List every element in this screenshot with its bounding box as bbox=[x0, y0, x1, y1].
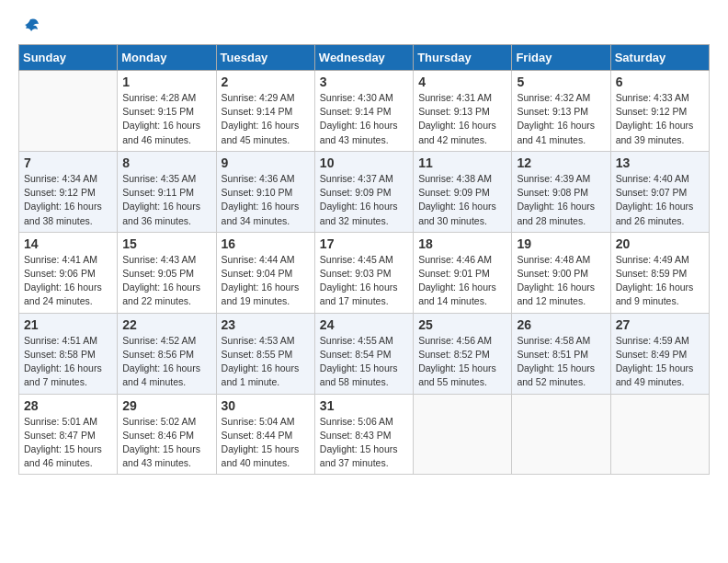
day-number: 21 bbox=[24, 317, 112, 332]
calendar-cell: 16Sunrise: 4:44 AM Sunset: 9:04 PM Dayli… bbox=[216, 232, 314, 313]
calendar-cell: 29Sunrise: 5:02 AM Sunset: 8:46 PM Dayli… bbox=[118, 394, 216, 475]
day-info: Sunrise: 4:48 AM Sunset: 9:00 PM Dayligh… bbox=[517, 253, 605, 309]
calendar-cell: 1Sunrise: 4:28 AM Sunset: 9:15 PM Daylig… bbox=[118, 71, 216, 152]
day-number: 29 bbox=[122, 398, 210, 413]
calendar-cell bbox=[610, 394, 709, 475]
day-number: 9 bbox=[222, 155, 310, 170]
day-info: Sunrise: 4:44 AM Sunset: 9:04 PM Dayligh… bbox=[222, 253, 310, 309]
day-number: 31 bbox=[320, 398, 408, 413]
day-info: Sunrise: 4:28 AM Sunset: 9:15 PM Dayligh… bbox=[122, 91, 210, 147]
day-info: Sunrise: 4:43 AM Sunset: 9:05 PM Dayligh… bbox=[122, 253, 210, 309]
day-number: 30 bbox=[222, 398, 310, 413]
calendar-cell: 17Sunrise: 4:45 AM Sunset: 9:03 PM Dayli… bbox=[314, 232, 413, 313]
calendar-cell: 23Sunrise: 4:53 AM Sunset: 8:55 PM Dayli… bbox=[216, 313, 314, 394]
calendar-cell: 30Sunrise: 5:04 AM Sunset: 8:44 PM Dayli… bbox=[216, 394, 314, 475]
day-info: Sunrise: 4:30 AM Sunset: 9:14 PM Dayligh… bbox=[320, 91, 408, 147]
calendar-header-sunday: Sunday bbox=[19, 45, 118, 71]
day-number: 28 bbox=[24, 398, 112, 413]
day-number: 7 bbox=[24, 155, 112, 170]
day-info: Sunrise: 4:34 AM Sunset: 9:12 PM Dayligh… bbox=[24, 172, 112, 228]
day-info: Sunrise: 4:36 AM Sunset: 9:10 PM Dayligh… bbox=[222, 172, 310, 228]
day-info: Sunrise: 4:46 AM Sunset: 9:01 PM Dayligh… bbox=[418, 253, 506, 309]
day-info: Sunrise: 4:32 AM Sunset: 9:13 PM Dayligh… bbox=[517, 91, 605, 147]
calendar-cell: 15Sunrise: 4:43 AM Sunset: 9:05 PM Dayli… bbox=[118, 232, 216, 313]
day-info: Sunrise: 4:55 AM Sunset: 8:54 PM Dayligh… bbox=[320, 334, 408, 390]
day-info: Sunrise: 4:51 AM Sunset: 8:58 PM Dayligh… bbox=[24, 334, 112, 390]
day-number: 4 bbox=[418, 75, 506, 89]
day-info: Sunrise: 4:38 AM Sunset: 9:09 PM Dayligh… bbox=[418, 172, 506, 228]
calendar-cell: 24Sunrise: 4:55 AM Sunset: 8:54 PM Dayli… bbox=[314, 313, 413, 394]
day-number: 10 bbox=[320, 155, 408, 170]
day-info: Sunrise: 5:02 AM Sunset: 8:46 PM Dayligh… bbox=[122, 415, 210, 471]
day-info: Sunrise: 4:49 AM Sunset: 8:59 PM Dayligh… bbox=[616, 253, 704, 309]
day-number: 3 bbox=[320, 75, 408, 89]
day-info: Sunrise: 4:35 AM Sunset: 9:11 PM Dayligh… bbox=[122, 172, 210, 228]
calendar-cell bbox=[19, 71, 118, 152]
header bbox=[18, 17, 710, 37]
day-info: Sunrise: 4:56 AM Sunset: 8:52 PM Dayligh… bbox=[418, 334, 506, 390]
day-number: 5 bbox=[517, 75, 605, 89]
day-info: Sunrise: 4:40 AM Sunset: 9:07 PM Dayligh… bbox=[616, 172, 704, 228]
day-info: Sunrise: 4:31 AM Sunset: 9:13 PM Dayligh… bbox=[418, 91, 506, 147]
page: SundayMondayTuesdayWednesdayThursdayFrid… bbox=[0, 0, 728, 491]
calendar-cell: 22Sunrise: 4:52 AM Sunset: 8:56 PM Dayli… bbox=[118, 313, 216, 394]
calendar-cell: 21Sunrise: 4:51 AM Sunset: 8:58 PM Dayli… bbox=[19, 313, 118, 394]
logo-bird-icon bbox=[20, 17, 40, 40]
calendar-week-row: 1Sunrise: 4:28 AM Sunset: 9:15 PM Daylig… bbox=[19, 71, 710, 152]
calendar-cell: 10Sunrise: 4:37 AM Sunset: 9:09 PM Dayli… bbox=[314, 151, 413, 232]
calendar-cell: 26Sunrise: 4:58 AM Sunset: 8:51 PM Dayli… bbox=[512, 313, 610, 394]
day-number: 25 bbox=[418, 317, 506, 332]
day-number: 23 bbox=[222, 317, 310, 332]
day-number: 14 bbox=[24, 236, 112, 251]
day-info: Sunrise: 4:58 AM Sunset: 8:51 PM Dayligh… bbox=[517, 334, 605, 390]
day-number: 15 bbox=[122, 236, 210, 251]
day-info: Sunrise: 4:37 AM Sunset: 9:09 PM Dayligh… bbox=[320, 172, 408, 228]
calendar-cell: 27Sunrise: 4:59 AM Sunset: 8:49 PM Dayli… bbox=[610, 313, 709, 394]
day-info: Sunrise: 5:01 AM Sunset: 8:47 PM Dayligh… bbox=[24, 415, 112, 471]
day-number: 27 bbox=[616, 317, 704, 332]
calendar-cell: 2Sunrise: 4:29 AM Sunset: 9:14 PM Daylig… bbox=[216, 71, 314, 152]
calendar-cell: 8Sunrise: 4:35 AM Sunset: 9:11 PM Daylig… bbox=[118, 151, 216, 232]
calendar-cell: 25Sunrise: 4:56 AM Sunset: 8:52 PM Dayli… bbox=[414, 313, 512, 394]
day-number: 24 bbox=[320, 317, 408, 332]
day-info: Sunrise: 4:45 AM Sunset: 9:03 PM Dayligh… bbox=[320, 253, 408, 309]
day-number: 12 bbox=[517, 155, 605, 170]
day-number: 19 bbox=[517, 236, 605, 251]
day-info: Sunrise: 4:52 AM Sunset: 8:56 PM Dayligh… bbox=[122, 334, 210, 390]
day-number: 6 bbox=[616, 75, 704, 89]
day-info: Sunrise: 5:04 AM Sunset: 8:44 PM Dayligh… bbox=[222, 415, 310, 471]
calendar-cell: 12Sunrise: 4:39 AM Sunset: 9:08 PM Dayli… bbox=[512, 151, 610, 232]
calendar-week-row: 7Sunrise: 4:34 AM Sunset: 9:12 PM Daylig… bbox=[19, 151, 710, 232]
calendar-cell: 11Sunrise: 4:38 AM Sunset: 9:09 PM Dayli… bbox=[414, 151, 512, 232]
calendar-cell: 13Sunrise: 4:40 AM Sunset: 9:07 PM Dayli… bbox=[610, 151, 709, 232]
calendar-header-friday: Friday bbox=[512, 45, 610, 71]
calendar-cell: 6Sunrise: 4:33 AM Sunset: 9:12 PM Daylig… bbox=[610, 71, 709, 152]
calendar-header-saturday: Saturday bbox=[610, 45, 709, 71]
calendar-cell: 3Sunrise: 4:30 AM Sunset: 9:14 PM Daylig… bbox=[314, 71, 413, 152]
day-number: 22 bbox=[122, 317, 210, 332]
day-number: 20 bbox=[616, 236, 704, 251]
calendar-cell: 19Sunrise: 4:48 AM Sunset: 9:00 PM Dayli… bbox=[512, 232, 610, 313]
calendar-cell: 7Sunrise: 4:34 AM Sunset: 9:12 PM Daylig… bbox=[19, 151, 118, 232]
day-number: 13 bbox=[616, 155, 704, 170]
day-number: 18 bbox=[418, 236, 506, 251]
calendar-cell bbox=[414, 394, 512, 475]
calendar-week-row: 28Sunrise: 5:01 AM Sunset: 8:47 PM Dayli… bbox=[19, 394, 710, 475]
day-info: Sunrise: 4:59 AM Sunset: 8:49 PM Dayligh… bbox=[616, 334, 704, 390]
calendar-cell: 9Sunrise: 4:36 AM Sunset: 9:10 PM Daylig… bbox=[216, 151, 314, 232]
calendar-week-row: 14Sunrise: 4:41 AM Sunset: 9:06 PM Dayli… bbox=[19, 232, 710, 313]
calendar-cell bbox=[512, 394, 610, 475]
calendar-week-row: 21Sunrise: 4:51 AM Sunset: 8:58 PM Dayli… bbox=[19, 313, 710, 394]
calendar-cell: 20Sunrise: 4:49 AM Sunset: 8:59 PM Dayli… bbox=[610, 232, 709, 313]
day-number: 2 bbox=[222, 75, 310, 89]
calendar-cell: 4Sunrise: 4:31 AM Sunset: 9:13 PM Daylig… bbox=[414, 71, 512, 152]
calendar: SundayMondayTuesdayWednesdayThursdayFrid… bbox=[18, 44, 710, 475]
day-info: Sunrise: 4:39 AM Sunset: 9:08 PM Dayligh… bbox=[517, 172, 605, 228]
day-info: Sunrise: 5:06 AM Sunset: 8:43 PM Dayligh… bbox=[320, 415, 408, 471]
day-number: 26 bbox=[517, 317, 605, 332]
day-info: Sunrise: 4:29 AM Sunset: 9:14 PM Dayligh… bbox=[222, 91, 310, 147]
logo bbox=[18, 17, 40, 37]
day-number: 17 bbox=[320, 236, 408, 251]
calendar-cell: 5Sunrise: 4:32 AM Sunset: 9:13 PM Daylig… bbox=[512, 71, 610, 152]
day-info: Sunrise: 4:41 AM Sunset: 9:06 PM Dayligh… bbox=[24, 253, 112, 309]
